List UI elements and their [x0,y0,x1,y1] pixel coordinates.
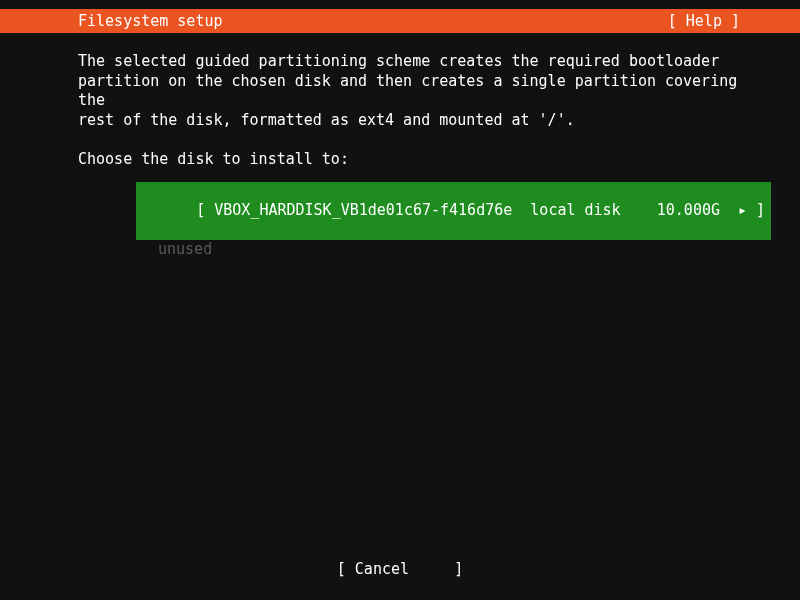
help-button[interactable]: [ Help ] [668,12,790,30]
description-text: The selected guided partitioning scheme … [78,52,770,130]
disk-label: [ VBOX_HARDDISK_VB1de01c67-f416d76e loca… [196,201,765,219]
header-bar: Filesystem setup [ Help ] [0,9,800,33]
disk-status: unused [136,240,770,260]
disk-list: [ VBOX_HARDDISK_VB1de01c67-f416d76e loca… [136,182,770,260]
cancel-button[interactable]: [ Cancel ] [337,560,463,578]
main-content: The selected guided partitioning scheme … [78,52,770,260]
choose-disk-prompt: Choose the disk to install to: [78,150,770,170]
footer: [ Cancel ] [0,560,800,578]
page-title: Filesystem setup [10,12,223,30]
disk-item-selected[interactable]: [ VBOX_HARDDISK_VB1de01c67-f416d76e loca… [136,182,771,241]
